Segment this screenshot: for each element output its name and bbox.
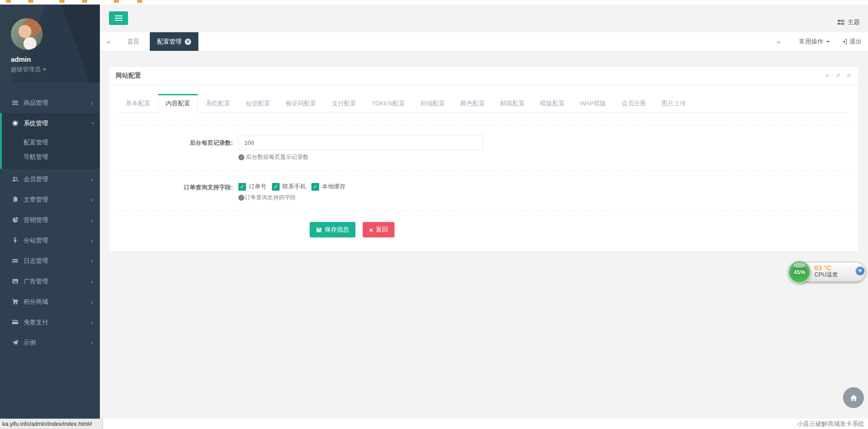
cpu-monitor-widget[interactable]: 45% 63 °C CPU温度 +	[788, 261, 868, 286]
paper-plane-icon	[11, 339, 19, 346]
sidebar-profile: admin 超级管理员	[0, 5, 100, 83]
tab-token-config[interactable]: TOKEN配置	[364, 94, 413, 113]
list-icon	[11, 257, 19, 264]
sidebar-item-articles[interactable]: 文章管理 ‹	[0, 189, 100, 210]
sidebar-item-system[interactable]: 系统管理 ‹	[2, 113, 100, 133]
checkbox-order-number[interactable]: ✓ 订单号	[238, 182, 266, 191]
sidebar-item-label: 示例	[24, 339, 36, 347]
chevron-left-icon: ‹	[91, 196, 93, 203]
checked-checkbox-icon[interactable]: ✓	[238, 183, 246, 191]
user-role-label: 超级管理员	[11, 65, 40, 74]
avatar[interactable]	[11, 18, 43, 50]
tab-basic-config[interactable]: 基本配置	[118, 94, 158, 113]
close-tab-icon[interactable]: ✕	[185, 39, 191, 45]
caret-down-icon	[826, 41, 830, 43]
bookmark-favicon	[28, 0, 33, 3]
tabs-scroll-left-button[interactable]: «	[100, 32, 117, 51]
sidebar-item-examples[interactable]: 示例 ‹	[0, 332, 100, 353]
tab-home[interactable]: 首页	[117, 32, 150, 51]
tab-frontend-config[interactable]: 前端配置	[413, 94, 453, 113]
page-content: 网站配置 ✕ 基本配置 内容配置 系统配置 短信配置 验证码配置 支付配置	[100, 51, 868, 252]
field-label: 订单查询支持字段:	[118, 180, 238, 192]
divider	[118, 170, 849, 171]
form-row-page-size: 后台每页记录数: i 后台数据每页显示记录数	[118, 135, 849, 161]
sidebar-item-label: 日志管理	[24, 257, 48, 265]
sidebar-item-ads[interactable]: 广告管理 ‹	[0, 271, 100, 291]
sidebar-item-label: 广告管理	[24, 277, 48, 286]
tab-wap-template[interactable]: WAP模版	[572, 94, 614, 113]
sidebar-item-pay[interactable]: 免签支付 ‹	[0, 312, 100, 332]
tab-color-config[interactable]: 颜色配置	[453, 94, 493, 113]
wrench-icon[interactable]	[835, 73, 841, 79]
checkbox-local-cache[interactable]: ✓ 本地缓存	[311, 182, 345, 191]
page-size-input[interactable]	[238, 135, 483, 150]
sidebar-item-config[interactable]: 配置管理	[2, 135, 100, 150]
sidebar-item-navigation[interactable]: 导航管理	[2, 150, 100, 164]
sidebar-item-logs[interactable]: 日志管理 ‹	[0, 251, 100, 271]
panel-body: 基本配置 内容配置 系统配置 短信配置 验证码配置 支付配置 TOKEN配置 前…	[109, 85, 858, 251]
bottom-bar: ka.yifu.info/admin/index/index.html# 小遥云…	[0, 419, 868, 429]
home-icon	[850, 394, 858, 402]
chevron-left-icon: ‹	[91, 216, 93, 224]
tab-captcha-config[interactable]: 验证码配置	[278, 94, 324, 113]
logout-label: 退出	[849, 38, 862, 46]
cpu-temp-block: 63 °C CPU温度	[814, 264, 838, 278]
cpu-temp-label: CPU温度	[814, 271, 838, 278]
logout-button[interactable]: 退出	[842, 38, 862, 46]
tab-sms-config[interactable]: 短信配置	[238, 94, 278, 113]
form-row-order-query-fields: 订单查询支持字段: ✓ 订单号 ✓ 联系手机	[118, 180, 849, 202]
person-icon	[11, 237, 19, 244]
cpu-widget-expand-button[interactable]: +	[856, 266, 864, 275]
tab-member-register[interactable]: 会员注册	[614, 94, 654, 113]
sidebar-item-label: 文章管理	[24, 196, 48, 204]
collapse-icon[interactable]	[824, 73, 830, 79]
checkbox-contact-phone[interactable]: ✓ 联系手机	[272, 182, 306, 191]
chevron-left-icon: ‹	[91, 277, 93, 285]
bookmark-favicon	[59, 0, 64, 3]
save-button[interactable]: 保存信息	[310, 222, 355, 237]
common-operations-dropdown[interactable]: 常用操作	[799, 38, 830, 46]
sidebar-toggle-button[interactable]	[109, 11, 128, 25]
checked-checkbox-icon[interactable]: ✓	[272, 183, 280, 191]
cpu-usage-gauge: 45%	[788, 261, 811, 283]
theme-label: 主题	[848, 18, 860, 26]
chevron-down-icon: ‹	[88, 122, 96, 124]
bookmarks-strip	[0, 0, 868, 5]
tab-config-management[interactable]: 配置管理 ✕	[150, 32, 198, 51]
tab-content-config[interactable]: 内容配置	[158, 94, 198, 113]
user-role-dropdown[interactable]: 超级管理员	[11, 65, 100, 74]
form-actions: 保存信息 × 返回	[118, 222, 849, 237]
sidebar-item-label: 积分商城	[24, 298, 48, 306]
back-button[interactable]: × 返回	[363, 222, 395, 237]
sidebar-item-substations[interactable]: 分站管理 ‹	[0, 230, 100, 251]
back-to-top-home-button[interactable]	[843, 387, 864, 408]
checked-checkbox-icon[interactable]: ✓	[311, 183, 319, 191]
tab-image-upload[interactable]: 图片上传	[654, 94, 694, 113]
sidebar-submenu: 配置管理 导航管理	[2, 133, 100, 169]
file-icon	[11, 196, 19, 203]
sidebar-item-goods[interactable]: 商品管理 ‹	[0, 93, 100, 113]
sidebar-item-label: 商品管理	[24, 99, 48, 107]
tabs-scroll-right-button[interactable]: »	[770, 38, 787, 45]
bookmark-favicon	[114, 0, 119, 3]
sidebar-nav: 商品管理 ‹ 系统管理 ‹ 配置管理 导航管理	[0, 93, 100, 353]
tab-payment-config[interactable]: 支付配置	[324, 94, 364, 113]
checkbox-group: ✓ 订单号 ✓ 联系手机 ✓ 本地缓存	[238, 180, 849, 191]
user-name: admin	[11, 55, 100, 63]
sidebar-item-label: 系统管理	[24, 119, 48, 128]
tab-template-config[interactable]: 模版配置	[533, 94, 572, 113]
sidebar-item-points-mall[interactable]: 积分商城 ‹	[0, 291, 100, 312]
tab-system-config[interactable]: 系统配置	[198, 94, 238, 113]
theme-button[interactable]: 主题	[838, 18, 860, 26]
sidebar-item-members[interactable]: 会员管理 ‹	[0, 169, 100, 189]
chevron-left-icon: ‹	[91, 175, 93, 183]
common-operations-label: 常用操作	[799, 38, 824, 46]
image-icon	[11, 278, 19, 285]
sidebar-item-marketing[interactable]: 营销管理 ‹	[0, 210, 100, 230]
bookmark-favicon	[82, 0, 87, 3]
tab-email-config[interactable]: 邮箱配置	[493, 94, 533, 113]
panel-tools: ✕	[824, 73, 851, 79]
close-panel-icon[interactable]: ✕	[846, 73, 851, 79]
theme-icon	[838, 20, 844, 25]
cart-icon	[11, 298, 19, 305]
